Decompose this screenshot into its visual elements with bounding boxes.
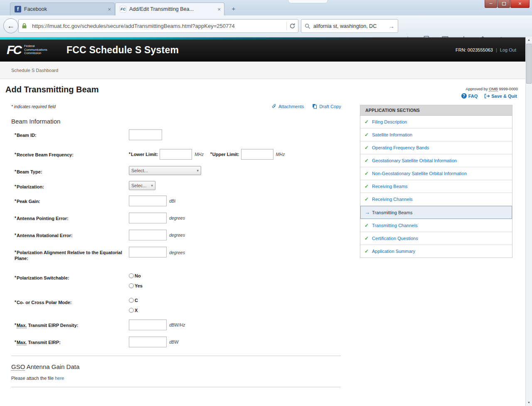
max-transmit-eirp-density-input[interactable]: [129, 319, 167, 330]
peak-gain-label: *Peak Gain:: [15, 196, 129, 206]
sidebar-item-satellite-information[interactable]: ✓ Satellite Information: [360, 129, 512, 141]
close-tab-icon[interactable]: ×: [108, 6, 111, 12]
polarization-label: *Polarization:: [15, 181, 129, 190]
application-sections-header: APPLICATION SECTIONS: [360, 105, 512, 116]
max-transmit-eirp-input[interactable]: [129, 337, 167, 347]
peak-gain-row: *Peak Gain: dBi: [0, 196, 345, 206]
scroll-down-arrow[interactable]: ▼: [526, 399, 532, 406]
antenna-rotational-error-input[interactable]: [129, 230, 167, 240]
fcc-favicon-icon: FC: [120, 6, 126, 12]
polarization-alignment-input[interactable]: [129, 247, 167, 257]
faq-link[interactable]: FAQ: [461, 93, 478, 99]
omb-abbr: OMB: [489, 87, 498, 92]
url-bar[interactable]: https://lmuat.fcc.gov/schedules/secure/a…: [18, 19, 298, 33]
upper-limit-input[interactable]: [241, 149, 273, 160]
tab-facebook[interactable]: f Facebook ×: [10, 2, 115, 15]
save-quit-link[interactable]: Save & Quit: [484, 94, 517, 99]
draft-copy-icon: [312, 104, 318, 109]
https-lock-icon[interactable]: [22, 23, 27, 29]
sidebar-item-transmitting-channels[interactable]: ✓ Transmitting Channels: [360, 219, 512, 232]
new-tab-button[interactable]: +: [228, 4, 239, 13]
paperclip-icon: [271, 104, 277, 109]
reload-icon[interactable]: [289, 23, 296, 29]
page-viewport: FC Federal Communications Commission FCC…: [0, 37, 525, 406]
lower-limit-label: *Lower Limit:: [129, 152, 158, 157]
sidebar-item-non-geostationary-orbital-info[interactable]: ✓ Non-Geostationary Satellite Orbital In…: [360, 167, 512, 180]
max-transmit-eirp-label: *Max. Transmit EIRP:: [15, 337, 129, 347]
maximize-icon: [502, 2, 506, 5]
antenna-rotational-error-unit: degrees: [169, 233, 185, 238]
polarization-select[interactable]: Selec... ▾: [129, 181, 155, 190]
beam-type-select[interactable]: Select... ▾: [129, 166, 201, 175]
breadcrumb-dashboard-link[interactable]: Schedule S Dashboard: [11, 68, 58, 73]
chevron-down-icon: ▾: [197, 168, 199, 173]
check-icon: ✓: [365, 196, 372, 202]
sidebar-item-filing-description[interactable]: ✓ Filing Description: [360, 116, 512, 129]
sidebar-item-operating-frequency-bands[interactable]: ✓ Operating Frequency Bands: [360, 141, 512, 154]
sidebar-item-receiving-channels[interactable]: ✓ Receiving Channels: [360, 193, 512, 206]
vertical-scrollbar[interactable]: ▲ ▼: [525, 37, 532, 406]
fcc-logo-text: Federal Communications Commission: [24, 45, 54, 55]
sidebar-item-certification-questions[interactable]: ✓ Certification Questions: [360, 232, 512, 245]
attach-here-link[interactable]: here: [55, 376, 64, 381]
attachments-link[interactable]: Attachments: [271, 104, 304, 109]
minimize-button[interactable]: –: [485, 0, 497, 8]
attachments-label: Attachments: [278, 104, 304, 109]
peak-gain-input[interactable]: [129, 196, 167, 206]
beam-id-input[interactable]: [129, 129, 162, 140]
search-input[interactable]: alifornia st, washington, DC: [313, 23, 389, 29]
option-label: No: [135, 273, 141, 278]
url-text: https://lmuat.fcc.gov/schedules/secure/a…: [32, 23, 284, 29]
tab-title: Facebook: [24, 6, 105, 12]
sidebar-item-geostationary-orbital-info[interactable]: ✓ Geostationary Satellite Orbital Inform…: [360, 154, 512, 167]
polarization-switchable-yes-option[interactable]: Yes: [129, 283, 143, 288]
sidebar-item-application-summary[interactable]: ✓ Application Summary: [360, 245, 512, 257]
search-bar[interactable]: alifornia st, washington, DC →: [301, 19, 398, 33]
sidebar-item-transmitting-beams[interactable]: → Transmitting Beams: [360, 206, 512, 219]
sidebar-item-receiving-beams[interactable]: ✓ Receiving Beams: [360, 180, 512, 193]
tab-title: Add/Edit Transmitting Bea...: [129, 6, 215, 12]
faq-label: FAQ: [468, 94, 478, 99]
upper-limit-label: *Upper Limit:: [210, 152, 239, 157]
radio-icon[interactable]: [129, 283, 134, 288]
search-go-icon[interactable]: →: [389, 23, 394, 30]
back-button[interactable]: ←: [3, 18, 18, 33]
quick-links: FAQ Save & Quit: [461, 93, 517, 99]
scrollbar-thumb[interactable]: [526, 44, 532, 84]
scroll-up-arrow[interactable]: ▲: [526, 37, 532, 43]
save-quit-label: Save & Quit: [491, 94, 517, 99]
sidebar-item-label: Transmitting Channels: [372, 223, 418, 228]
beam-type-row: *Beam Type: Select... ▾: [0, 166, 345, 175]
lower-limit-unit: MHz: [195, 152, 204, 157]
fcc-logo: FC Federal Communications Commission: [7, 43, 54, 57]
receive-beam-frequency-row: *Receive Beam Frequency: *Lower Limit: M…: [0, 149, 345, 160]
search-icon: [305, 23, 310, 29]
logout-link[interactable]: Log Out: [500, 47, 516, 52]
antenna-pointing-error-input[interactable]: [129, 213, 167, 223]
sidebar-item-label: Transmitting Beams: [372, 210, 412, 215]
tab-add-edit-transmitting-beams[interactable]: FC Add/Edit Transmitting Bea... ×: [115, 2, 224, 15]
maximize-button[interactable]: [498, 0, 510, 8]
sidebar-item-label: Application Summary: [372, 249, 415, 254]
current-section-arrow-icon: →: [365, 209, 372, 215]
required-field-note: * indicates required field: [11, 104, 56, 109]
section-divider: [11, 356, 341, 356]
radio-icon[interactable]: [129, 308, 134, 313]
radio-icon[interactable]: [129, 273, 134, 278]
save-quit-icon: [484, 94, 490, 99]
max-transmit-eirp-unit: dBW: [169, 339, 179, 344]
cross-polar-option[interactable]: X: [129, 308, 138, 313]
radio-icon[interactable]: [129, 298, 134, 303]
omb-approval-note: Approved by OMB 9999-0000: [466, 87, 518, 91]
beam-type-select-value: Select...: [131, 168, 148, 173]
option-label: C: [135, 298, 138, 303]
close-window-button[interactable]: ×: [510, 0, 530, 8]
sidebar-item-label: Non-Geostationary Satellite Orbital Info…: [372, 171, 467, 176]
close-tab-icon[interactable]: ×: [217, 6, 221, 12]
co-polar-option[interactable]: C: [129, 298, 138, 303]
beam-information-form: *Beam ID: *Receive Beam Frequency: *Lowe…: [0, 129, 345, 387]
polarization-switchable-no-option[interactable]: No: [129, 273, 143, 278]
lower-limit-input[interactable]: [160, 149, 192, 160]
draft-copy-link[interactable]: Draft Copy: [312, 104, 341, 109]
polarization-alignment-label: *Polarization Alignment Relative to the …: [15, 247, 129, 261]
